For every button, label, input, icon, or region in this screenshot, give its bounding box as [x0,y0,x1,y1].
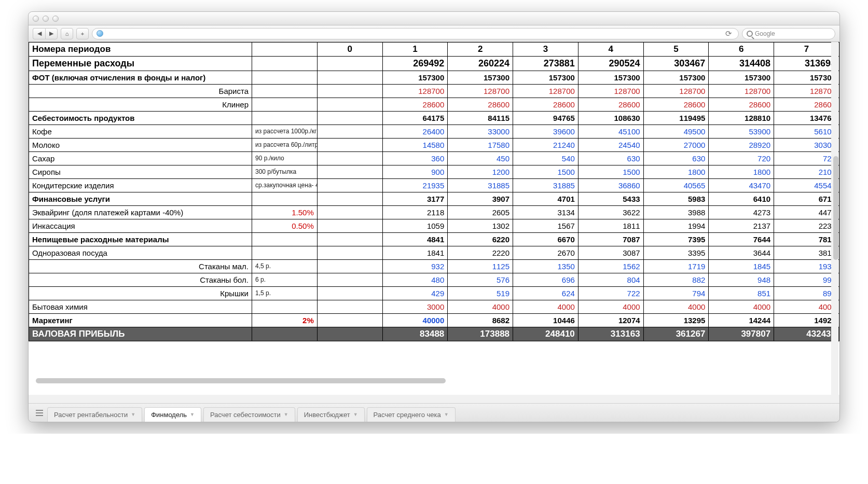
search-bar[interactable]: Google [742,28,835,39]
cell[interactable]: 6220 [448,233,513,246]
cell[interactable]: 2137 [709,219,774,233]
cell[interactable] [317,85,382,98]
cell[interactable]: 28600 [382,98,448,112]
cell[interactable]: 303467 [643,57,709,71]
forward-button[interactable]: ▶ [45,28,58,39]
back-button[interactable]: ◀ [33,28,45,39]
row-note[interactable]: ср.закупочная цена- 40 р. [252,179,318,192]
cell[interactable]: 28600 [643,98,709,112]
row-note[interactable] [252,327,318,341]
cell[interactable]: 1719 [643,260,709,273]
row-label[interactable]: Непищевые расходные материалы [29,233,252,246]
chevron-down-icon[interactable]: ▼ [353,412,358,417]
cell[interactable]: 21935 [382,179,448,192]
cell[interactable]: 31885 [448,179,513,192]
cell[interactable]: 891 [774,287,839,300]
cell[interactable]: 1200 [448,165,513,179]
row-label[interactable]: ФОТ (включая отчисления в фонды и налог) [29,71,252,85]
cell[interactable]: 128700 [448,85,513,98]
cell[interactable]: 314408 [709,57,774,71]
cell[interactable]: 1500 [513,165,578,179]
cell[interactable]: 31885 [513,179,578,192]
reload-button[interactable]: ⟳ [723,28,734,39]
cell[interactable]: 3812 [774,246,839,260]
cell[interactable]: 3000 [382,300,448,314]
cell[interactable]: 157300 [448,71,513,85]
cell[interactable]: 45540 [774,179,839,192]
row-note[interactable]: из рассчета 1000р./кг [252,125,318,139]
row-label[interactable]: Маркетинг [29,314,252,327]
close-icon[interactable] [33,16,39,22]
cell[interactable]: 28600 [448,98,513,112]
cell[interactable]: 624 [513,287,578,300]
cell[interactable]: 26400 [382,125,448,139]
cell[interactable]: 64175 [382,112,448,125]
cell[interactable] [317,219,382,233]
sheet-tab[interactable]: Расчет рентабельности▼ [47,407,142,422]
cell[interactable]: 7812 [774,233,839,246]
cell[interactable]: 480 [382,273,448,287]
cell[interactable]: 882 [643,273,709,287]
row-label[interactable]: Бытовая химия [29,300,252,314]
cell[interactable] [317,327,382,341]
cell[interactable]: 4000 [774,300,839,314]
cell[interactable]: 450 [448,152,513,165]
cell[interactable]: 83488 [382,327,448,341]
cell[interactable]: 14244 [709,314,774,327]
cell[interactable]: 948 [709,273,774,287]
cell[interactable]: 128700 [382,85,448,98]
cell[interactable]: 28920 [709,139,774,152]
cell[interactable]: 2118 [382,206,448,219]
cell[interactable]: 12074 [578,314,643,327]
cell[interactable]: 540 [513,152,578,165]
sheet-tab[interactable]: Расчет среднего чека▼ [367,407,456,422]
cell[interactable] [317,165,382,179]
row-note[interactable] [252,57,318,71]
cell[interactable]: 33000 [448,125,513,139]
cell[interactable]: 290524 [578,57,643,71]
cell[interactable]: 1994 [643,219,709,233]
cell[interactable]: 157300 [382,71,448,85]
cell[interactable]: 1562 [578,260,643,273]
cell[interactable]: 6670 [513,233,578,246]
row-note[interactable]: 6 р. [252,273,318,287]
chevron-down-icon[interactable]: ▼ [131,412,135,417]
cell[interactable] [317,112,382,125]
sheet-tab[interactable]: Инвестбюджет▼ [297,407,365,422]
cell[interactable]: 248410 [513,327,578,341]
cell[interactable] [317,206,382,219]
cell[interactable]: 722 [578,287,643,300]
cell[interactable]: 45100 [578,125,643,139]
cell[interactable] [317,192,382,206]
row-label[interactable]: Клинер [29,98,252,112]
cell[interactable]: 1059 [382,219,448,233]
cell[interactable]: 157300 [774,71,839,85]
chevron-down-icon[interactable]: ▼ [444,412,449,417]
cell[interactable]: 1811 [578,219,643,233]
cell[interactable]: 53900 [709,125,774,139]
cell[interactable] [317,98,382,112]
row-label[interactable]: Переменные расходы [29,57,252,71]
cell[interactable]: 8682 [448,314,513,327]
cell[interactable]: 40000 [382,314,448,327]
cell[interactable]: 4000 [709,300,774,314]
chevron-down-icon[interactable]: ▼ [284,412,288,417]
cell[interactable] [317,287,382,300]
maximize-icon[interactable] [52,16,59,22]
cell[interactable] [317,273,382,287]
cell[interactable]: 361267 [643,327,709,341]
cell[interactable]: 40565 [643,179,709,192]
row-note[interactable] [252,98,318,112]
cell[interactable]: 28600 [709,98,774,112]
spreadsheet-table[interactable]: Номера периодов01234567Переменные расход… [29,42,839,341]
row-label[interactable]: Стаканы мал. [29,260,252,273]
cell[interactable]: 519 [448,287,513,300]
cell[interactable] [317,57,382,71]
cell[interactable]: 313698 [774,57,839,71]
cell[interactable] [317,260,382,273]
cell[interactable]: 157300 [643,71,709,85]
cell[interactable]: 1350 [513,260,578,273]
cell[interactable]: 157300 [513,71,578,85]
scrollbar-thumb-horizontal[interactable] [36,378,446,383]
row-note[interactable]: 0.50% [252,219,318,233]
